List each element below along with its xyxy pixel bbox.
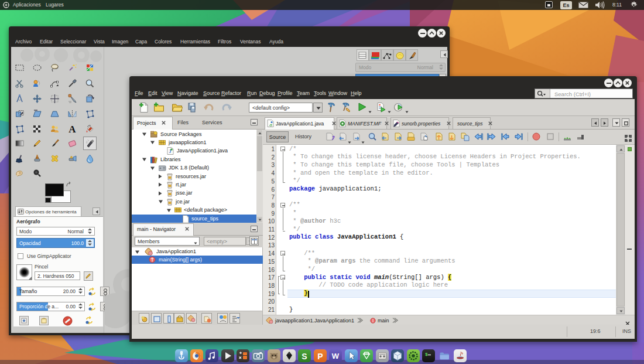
svg-text:W: W bbox=[332, 352, 340, 360]
svg-text:$: $ bbox=[425, 352, 428, 357]
svg-text:S: S bbox=[302, 352, 307, 361]
svg-text:P: P bbox=[317, 352, 323, 361]
svg-text:A: A bbox=[68, 124, 76, 134]
